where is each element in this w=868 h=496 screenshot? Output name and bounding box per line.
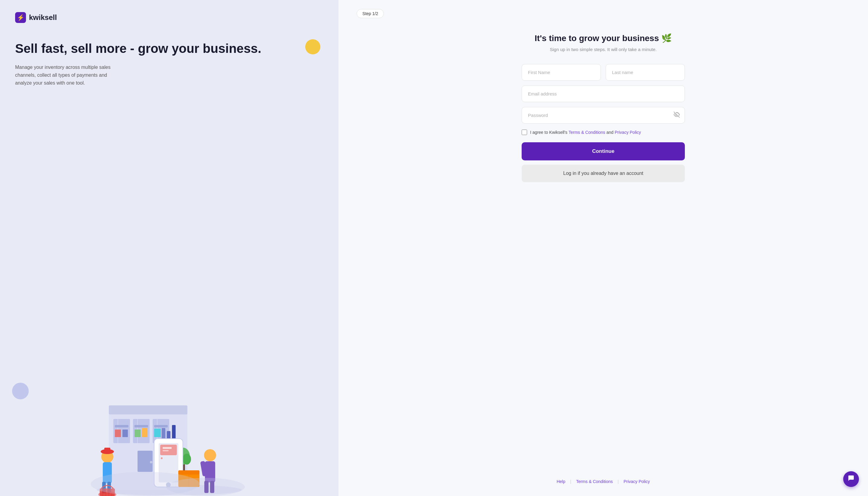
hero-title: Sell fast, sell more - grow your busines…: [15, 41, 323, 56]
form-title: It's time to grow your business 🌿: [535, 33, 672, 43]
svg-rect-29: [160, 445, 177, 455]
svg-rect-14: [135, 430, 140, 437]
svg-rect-2: [109, 405, 187, 415]
terms-text: I agree to Kwiksell's Terms & Conditions…: [530, 130, 641, 135]
step-badge: Step 1/2: [356, 9, 384, 18]
terms-checkbox[interactable]: [522, 129, 527, 135]
svg-point-21: [150, 461, 152, 463]
hero-description: Manage your inventory across multiple sa…: [15, 63, 124, 87]
svg-rect-15: [142, 428, 148, 437]
password-toggle-icon[interactable]: [673, 111, 680, 119]
continue-button[interactable]: Continue: [522, 142, 685, 160]
chat-icon: [848, 475, 855, 484]
svg-rect-31: [163, 450, 169, 451]
terms-conditions-link[interactable]: Terms & Conditions: [568, 130, 605, 135]
form-subtitle: Sign up in two simple steps. It will onl…: [550, 47, 657, 52]
svg-rect-12: [115, 430, 121, 437]
email-wrapper: [522, 86, 685, 102]
svg-rect-9: [115, 425, 128, 428]
help-link[interactable]: Help: [557, 479, 565, 484]
logo-text: kwiksell: [29, 13, 57, 22]
svg-point-37: [204, 449, 216, 461]
svg-point-55: [166, 478, 245, 496]
logo: ⚡ kwiksell: [15, 12, 323, 23]
terms-row: I agree to Kwiksell's Terms & Conditions…: [522, 129, 685, 135]
footer-terms-link[interactable]: Terms & Conditions: [576, 479, 613, 484]
password-input[interactable]: [522, 107, 685, 124]
svg-rect-11: [154, 425, 168, 428]
password-wrapper: [522, 107, 685, 124]
footer-links: Help | Terms & Conditions | Privacy Poli…: [557, 479, 650, 484]
svg-point-33: [164, 457, 166, 459]
svg-rect-10: [135, 425, 148, 428]
login-button[interactable]: Log in if you already have an account: [522, 165, 685, 182]
svg-rect-13: [122, 430, 128, 437]
svg-rect-30: [163, 447, 172, 449]
name-row: [522, 64, 685, 81]
privacy-policy-link-inline[interactable]: Privacy Policy: [615, 130, 641, 135]
illustration: [0, 381, 338, 496]
last-name-input[interactable]: [606, 64, 685, 81]
svg-point-32: [161, 457, 163, 459]
first-name-input[interactable]: [522, 64, 601, 81]
chat-bubble[interactable]: [843, 471, 859, 487]
svg-rect-44: [104, 448, 110, 452]
logo-icon: ⚡: [15, 12, 26, 23]
email-input[interactable]: [522, 86, 685, 102]
decoration-circle-yellow: [305, 39, 320, 55]
form-container: It's time to grow your business 🌿 Sign u…: [522, 33, 685, 182]
svg-rect-16: [154, 429, 161, 437]
svg-point-25: [183, 454, 191, 465]
right-panel: Step 1/2 It's time to grow your business…: [338, 0, 868, 496]
left-panel: ⚡ kwiksell Sell fast, sell more - grow y…: [0, 0, 338, 496]
footer-privacy-link[interactable]: Privacy Policy: [624, 479, 650, 484]
